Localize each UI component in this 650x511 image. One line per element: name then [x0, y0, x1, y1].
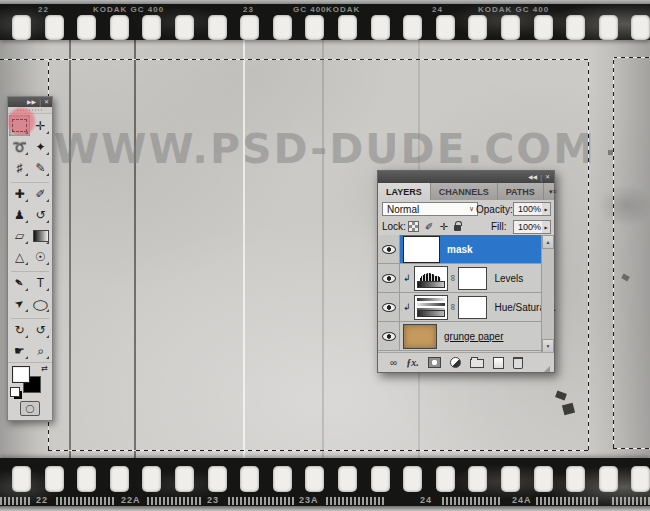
quick-selection-tool[interactable]: ✦ — [30, 136, 51, 157]
tab-paths[interactable]: PATHS — [498, 183, 544, 200]
new-adjustment-layer-icon[interactable] — [450, 357, 461, 368]
lock-icons: ✐✛ — [408, 221, 461, 232]
eraser-tool[interactable]: ▱ — [9, 225, 30, 246]
layer-name[interactable]: mask — [447, 244, 473, 255]
dodge-tool[interactable]: ☉ — [30, 246, 51, 267]
layers-panel: ◀◀ | ✕ LAYERS CHANNELS PATHS ▾≡ Normal ∨… — [377, 170, 555, 373]
tab-channels[interactable]: CHANNELS — [431, 183, 498, 200]
layer-visibility-toggle[interactable] — [378, 264, 400, 292]
fill-spinner-icon[interactable]: ▶ — [542, 220, 551, 234]
blend-mode-value: Normal — [387, 204, 419, 215]
eyedropper-tool[interactable]: ✎ — [30, 157, 51, 178]
panel-resize-grip[interactable] — [544, 366, 550, 372]
opacity-spinner-icon[interactable]: ▶ — [542, 202, 551, 216]
crop-tool[interactable]: ♯ — [9, 157, 30, 178]
new-group-icon[interactable] — [470, 359, 484, 368]
lasso-tool[interactable]: ➰ — [9, 136, 30, 157]
link-layers-icon[interactable]: ∞ — [390, 357, 397, 368]
panel-menu-icon[interactable]: ▾≡ — [544, 183, 562, 200]
film-frame-number: 23 — [207, 495, 219, 505]
new-layer-icon[interactable] — [493, 357, 504, 369]
texture-speck — [555, 391, 567, 401]
blur-tool[interactable]: △ — [9, 246, 30, 267]
selection-ants-bottom — [48, 450, 588, 451]
layer-name[interactable]: grunge paper — [444, 331, 504, 342]
path-selection-icon: ➤ — [13, 296, 27, 310]
eye-icon — [382, 245, 396, 254]
film-sprocket-hole — [45, 15, 64, 40]
layer-visibility-toggle[interactable] — [378, 322, 400, 350]
close-icon[interactable]: ✕ — [545, 174, 550, 180]
film-sprocket-hole — [599, 466, 618, 492]
layer-row-grunge-paper[interactable]: grunge paper — [378, 322, 541, 351]
chevron-down-icon: ∨ — [469, 205, 474, 213]
layer-visibility-toggle[interactable] — [378, 293, 400, 321]
history-brush-tool[interactable]: ↺ — [30, 204, 51, 225]
layer-row-mask[interactable]: mask — [378, 235, 541, 264]
panel-drag-grip[interactable] — [8, 107, 52, 114]
film-sprocket-hole — [403, 15, 422, 40]
clone-stamp-tool[interactable]: ♟ — [9, 204, 30, 225]
collapse-panel-icon[interactable]: ◀◀ — [528, 174, 537, 180]
path-selection-tool[interactable]: ➤ — [9, 293, 30, 314]
lock-transparency-icon[interactable] — [408, 221, 419, 232]
lock-all-icon[interactable] — [454, 225, 461, 231]
scroll-down-icon[interactable]: ▼ — [542, 339, 554, 353]
layer-thumbnail[interactable] — [403, 324, 437, 349]
zoom-tool[interactable]: ⌕ — [30, 340, 51, 361]
lock-position-icon[interactable]: ✛ — [439, 221, 447, 232]
layer-mask-thumbnail[interactable] — [458, 267, 487, 290]
orbit-3d-tool[interactable]: ↺ — [30, 319, 51, 340]
layer-thumbnail[interactable] — [403, 236, 440, 263]
pen-icon: ✒ — [12, 275, 27, 291]
lock-pixels-icon[interactable]: ✐ — [425, 221, 433, 232]
blend-mode-select[interactable]: Normal ∨ — [382, 202, 478, 216]
rectangular-marquee-tool[interactable] — [9, 115, 30, 136]
delete-layer-icon[interactable] — [513, 357, 523, 369]
brush-tool[interactable]: ✐ — [30, 183, 51, 204]
close-icon[interactable]: ✕ — [44, 99, 49, 105]
gradient-tool[interactable] — [30, 225, 51, 246]
film-edge-label: KODAK GC 400 — [93, 5, 164, 14]
tab-layers[interactable]: LAYERS — [378, 183, 431, 200]
rotate-3d-tool[interactable]: ↻ — [9, 319, 30, 340]
quick-mask-mode-button[interactable]: ◯ — [20, 401, 40, 416]
clone-stamp-icon: ♟ — [14, 209, 25, 221]
film-barcode — [147, 497, 202, 505]
film-frame-scratch — [322, 38, 324, 460]
layer-row-levels[interactable]: ↲∞Levels — [378, 264, 541, 293]
film-sprocket-hole — [436, 15, 455, 40]
film-sprocket-hole — [110, 15, 129, 40]
layer-row-hue-saturat-[interactable]: ↲∞Hue/Saturat... — [378, 293, 541, 322]
fill-value[interactable]: 100% — [513, 220, 544, 234]
layer-style-icon[interactable]: ƒx. — [406, 357, 419, 368]
film-sprocket-hole — [175, 15, 194, 40]
film-sprocket-hole — [599, 15, 618, 40]
film-sprocket-hole — [305, 15, 324, 40]
layers-scrollbar[interactable]: ▲ ▼ — [541, 235, 554, 353]
layer-thumbnail[interactable] — [414, 266, 448, 291]
film-sprocket-hole — [371, 466, 390, 492]
foreground-color-swatch[interactable] — [12, 366, 30, 383]
layer-visibility-toggle[interactable] — [378, 235, 400, 263]
add-layer-mask-icon[interactable] — [428, 357, 441, 368]
pen-tool[interactable]: ✒ — [9, 272, 30, 293]
default-colors-icon[interactable] — [10, 387, 20, 397]
layer-thumbnail[interactable] — [414, 295, 448, 320]
swap-colors-icon[interactable]: ⇄ — [41, 364, 48, 373]
move-tool[interactable]: ✛ — [30, 115, 51, 136]
film-barcode — [0, 497, 30, 505]
blur-icon: △ — [15, 251, 24, 263]
healing-brush-tool[interactable]: ✚ — [9, 183, 30, 204]
opacity-value[interactable]: 100% — [513, 202, 544, 216]
hand-tool[interactable]: ☛ — [9, 340, 30, 361]
layers-panel-footer: ∞ƒx. — [378, 352, 554, 372]
layer-mask-thumbnail[interactable] — [458, 296, 487, 319]
ellipse-tool[interactable]: ◯ — [30, 293, 51, 314]
type-tool[interactable]: T — [30, 272, 51, 293]
layer-name[interactable]: Levels — [494, 273, 523, 284]
scroll-up-icon[interactable]: ▲ — [542, 235, 554, 249]
expand-panel-icon[interactable]: ▶▶ — [27, 99, 36, 105]
film-sprocket-hole — [566, 466, 585, 492]
layers-list-wrap: mask↲∞Levels↲∞Hue/Saturat...grunge paper… — [378, 235, 554, 353]
